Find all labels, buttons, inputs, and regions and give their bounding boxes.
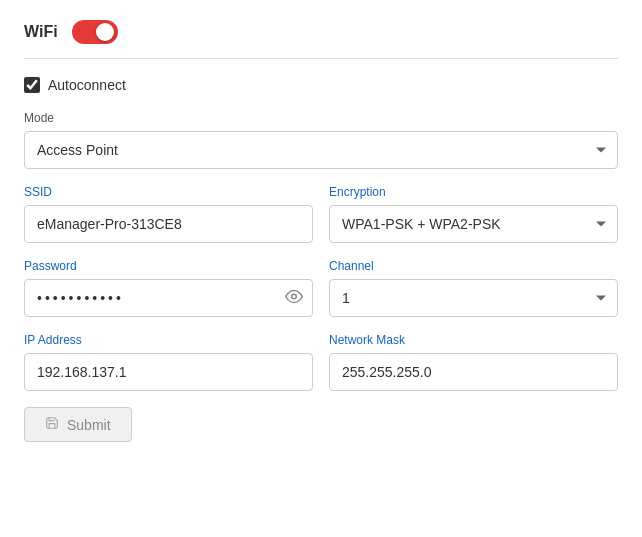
channel-label: Channel [329,259,618,273]
autoconnect-label: Autoconnect [48,77,126,93]
ip-label: IP Address [24,333,313,347]
svg-point-0 [292,294,297,299]
channel-select[interactable]: 1 2 3 4 5 6 11 [329,279,618,317]
wifi-toggle[interactable] [72,20,118,44]
mode-select-wrapper: Access Point Client Hotspot [24,131,618,169]
ip-col: IP Address [24,333,313,391]
channel-col: Channel 1 2 3 4 5 6 11 [329,259,618,317]
submit-row: Submit [24,407,618,442]
mask-label: Network Mask [329,333,618,347]
password-label: Password [24,259,313,273]
encryption-label: Encryption [329,185,618,199]
autoconnect-checkbox[interactable] [24,77,40,93]
eye-icon[interactable] [285,288,303,309]
wifi-title: WiFi [24,23,58,41]
mask-input[interactable] [329,353,618,391]
mode-label: Mode [24,111,618,125]
ssid-encryption-row: SSID Encryption WPA1-PSK + WPA2-PSK WPA2… [24,185,618,243]
ssid-input[interactable] [24,205,313,243]
channel-select-wrapper: 1 2 3 4 5 6 11 [329,279,618,317]
autoconnect-row: Autoconnect [24,77,618,93]
ip-input[interactable] [24,353,313,391]
ssid-label: SSID [24,185,313,199]
mask-col: Network Mask [329,333,618,391]
mode-select[interactable]: Access Point Client Hotspot [24,131,618,169]
encryption-col: Encryption WPA1-PSK + WPA2-PSK WPA2-PSK … [329,185,618,243]
submit-button[interactable]: Submit [24,407,132,442]
mode-group: Mode Access Point Client Hotspot [24,111,618,169]
toggle-knob [96,23,114,41]
password-input[interactable] [24,279,313,317]
ssid-col: SSID [24,185,313,243]
encryption-select-wrapper: WPA1-PSK + WPA2-PSK WPA2-PSK WPA3-SAE No… [329,205,618,243]
submit-label: Submit [67,417,111,433]
password-channel-row: Password Channel 1 2 3 4 5 6 11 [24,259,618,317]
encryption-select[interactable]: WPA1-PSK + WPA2-PSK WPA2-PSK WPA3-SAE No… [329,205,618,243]
save-icon [45,416,59,433]
ip-mask-row: IP Address Network Mask [24,333,618,391]
password-wrapper [24,279,313,317]
password-col: Password [24,259,313,317]
wifi-header: WiFi [24,20,618,59]
